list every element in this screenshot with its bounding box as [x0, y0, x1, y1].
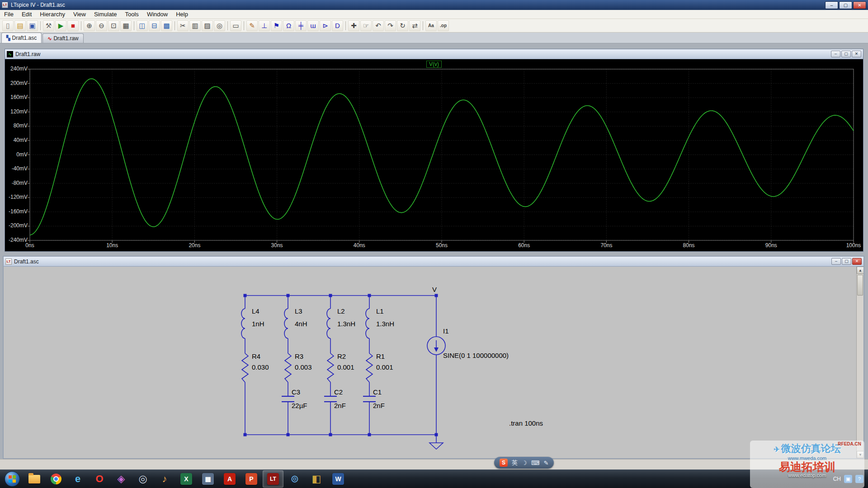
inductor-name[interactable]: L1: [376, 307, 384, 315]
drag-icon[interactable]: ☞: [360, 20, 372, 31]
capacitor-name[interactable]: C1: [373, 388, 382, 396]
node-label[interactable]: V: [432, 286, 437, 293]
waveform-maximize-button[interactable]: ▢: [841, 51, 851, 57]
taskbar-opera[interactable]: O: [89, 470, 110, 488]
zoom-in-icon[interactable]: ⊕: [84, 20, 95, 31]
maximize-button[interactable]: ▢: [839, 1, 852, 9]
capacitor-icon[interactable]: ╪: [295, 20, 307, 31]
capacitor-name[interactable]: C3: [292, 388, 300, 396]
ime-settings-icon[interactable]: ✎: [543, 460, 548, 466]
resistor-name[interactable]: R1: [376, 352, 385, 360]
resistor-value[interactable]: 0.001: [376, 363, 393, 371]
scrollbar-thumb[interactable]: [857, 275, 863, 296]
diode-icon[interactable]: ⊳: [320, 20, 331, 31]
tile-vertical-icon[interactable]: ◫: [137, 20, 148, 31]
inductor-value[interactable]: 1.3nH: [376, 320, 394, 328]
menu-item-help[interactable]: Help: [172, 10, 192, 19]
current-source-value[interactable]: SINE(0 1 100000000): [443, 352, 509, 359]
copy-icon[interactable]: ▥: [189, 20, 201, 31]
undo-icon[interactable]: ↶: [373, 20, 384, 31]
taskbar-addin[interactable]: ◧: [306, 470, 327, 488]
taskbar-excel[interactable]: X: [176, 470, 197, 488]
taskbar-powerpoint[interactable]: P: [241, 470, 262, 488]
scrollbar-up-arrow[interactable]: ▲: [857, 267, 863, 274]
waveform-window-titlebar[interactable]: ∿ Draft1.raw – ▢ ✕: [5, 49, 863, 59]
tab-draft1-asc[interactable]: ▚Draft1.asc: [1, 33, 42, 43]
spice-directive-icon[interactable]: .op: [438, 20, 449, 31]
capacitor-value[interactable]: 22µF: [292, 402, 307, 409]
schematic-close-button[interactable]: ✕: [852, 258, 862, 265]
taskbar-ie[interactable]: e: [67, 470, 88, 488]
cascade-windows-icon[interactable]: ▩: [161, 20, 172, 31]
new-schematic-icon[interactable]: ▯: [2, 20, 14, 31]
menu-item-file[interactable]: File: [0, 10, 18, 19]
resistor-symbol[interactable]: [327, 353, 334, 382]
print-icon[interactable]: ▭: [230, 20, 241, 31]
ime-moon-icon[interactable]: ☽: [522, 460, 527, 466]
taskbar-photo-viewer[interactable]: ◈: [111, 470, 132, 488]
schematic-maximize-button[interactable]: ▢: [842, 258, 851, 265]
schematic-window-titlebar[interactable]: LT Draft1.asc – ▢ ✕: [4, 257, 863, 267]
text-icon[interactable]: Aa: [425, 20, 437, 31]
inductor-name[interactable]: L4: [252, 307, 259, 315]
taskbar-explorer[interactable]: [24, 470, 45, 488]
taskbar-chrome[interactable]: [46, 470, 66, 488]
rotate-icon[interactable]: ↻: [397, 20, 408, 31]
taskbar-browser[interactable]: ⊚: [284, 470, 305, 488]
inductor-name[interactable]: L2: [337, 307, 345, 315]
open-file-icon[interactable]: ▤: [14, 20, 26, 31]
waveform-minimize-button[interactable]: –: [831, 51, 840, 57]
menu-item-tools[interactable]: Tools: [121, 10, 143, 19]
menu-item-simulate[interactable]: Simulate: [90, 10, 121, 19]
spice-directive-text[interactable]: .tran 100ns: [509, 419, 543, 427]
net-label-icon[interactable]: ⚑: [271, 20, 282, 31]
run-icon[interactable]: ▶: [55, 20, 66, 31]
taskbar-calculator[interactable]: ▦: [198, 470, 218, 488]
halt-icon[interactable]: ■: [67, 20, 79, 31]
find-icon[interactable]: ◎: [214, 20, 225, 31]
inductor-name[interactable]: L3: [295, 307, 302, 315]
ground-icon[interactable]: ⊥: [259, 20, 270, 31]
minimize-button[interactable]: –: [825, 1, 838, 9]
taskbar-word[interactable]: W: [328, 470, 349, 488]
resistor-symbol[interactable]: [366, 353, 373, 382]
trace-label[interactable]: V(v): [426, 61, 442, 68]
waveform-trace[interactable]: [30, 79, 854, 235]
inductor-value[interactable]: 1nH: [252, 320, 264, 328]
resistor-icon[interactable]: Ω: [283, 20, 294, 31]
schematic-canvas[interactable]: L41nHR40.030L34nHR30.003C322µFL21.3nHR20…: [4, 267, 863, 458]
ime-language-mode[interactable]: 英: [512, 459, 518, 467]
resistor-value[interactable]: 0.001: [337, 363, 354, 371]
zoom-out-icon[interactable]: ⊖: [96, 20, 107, 31]
resistor-value[interactable]: 0.003: [295, 363, 312, 371]
resistor-symbol[interactable]: [285, 353, 291, 382]
menu-item-view[interactable]: View: [69, 10, 90, 19]
component-icon[interactable]: D: [332, 20, 343, 31]
inductor-symbol[interactable]: [284, 309, 288, 338]
paste-icon[interactable]: ▨: [202, 20, 213, 31]
save-icon[interactable]: ▣: [27, 20, 38, 31]
waveform-close-button[interactable]: ✕: [852, 51, 861, 57]
current-source-name[interactable]: I1: [443, 327, 449, 335]
ime-keyboard-icon[interactable]: ⌨: [531, 460, 540, 466]
schematic-minimize-button[interactable]: –: [831, 258, 841, 265]
tab-draft1-raw[interactable]: ∿Draft1.raw: [42, 33, 84, 43]
cut-icon[interactable]: ✂: [177, 20, 189, 31]
inductor-symbol[interactable]: [366, 309, 369, 338]
start-button[interactable]: [5, 471, 20, 487]
taskbar-search[interactable]: ◎: [132, 470, 153, 488]
ime-toolbar[interactable]: S 英☽⌨✎: [494, 457, 554, 469]
capacitor-value[interactable]: 2nF: [373, 402, 385, 409]
inductor-value[interactable]: 1.3nH: [337, 320, 355, 328]
zoom-full-extents-icon[interactable]: ⊡: [108, 20, 119, 31]
schematic-vertical-scrollbar[interactable]: ▲ ▼: [856, 267, 863, 458]
grid-icon[interactable]: ▦: [120, 20, 132, 31]
waveform-plot-area[interactable]: V(v) 240mV200mV160mV120mV80mV40mV0mV-40m…: [5, 59, 863, 251]
taskbar-ltspice[interactable]: LT: [263, 470, 283, 488]
mirror-icon[interactable]: ⇄: [409, 20, 420, 31]
inductor-icon[interactable]: ɯ: [307, 20, 319, 31]
close-button[interactable]: ✕: [853, 1, 866, 9]
menu-item-window[interactable]: Window: [143, 10, 172, 19]
draw-wire-icon[interactable]: ✎: [246, 20, 258, 31]
redo-icon[interactable]: ↷: [385, 20, 396, 31]
